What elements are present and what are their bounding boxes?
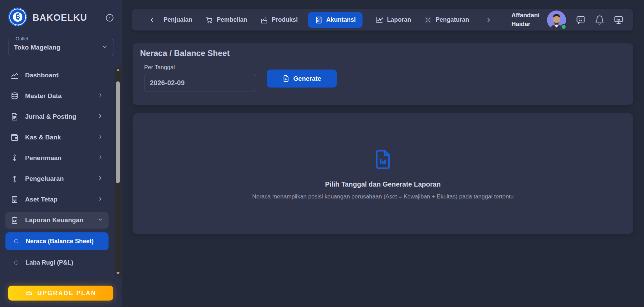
sidebar-item-dashboard[interactable]: Dashboard [5, 67, 109, 84]
chevron-right-icon [97, 154, 103, 162]
outlet-label: Outlet [13, 36, 31, 41]
nav-icon-group [575, 15, 624, 25]
monitor-dashboard-icon[interactable] [613, 15, 624, 25]
factory-icon [260, 16, 268, 24]
cart-icon [205, 16, 213, 24]
empty-state-card: Pilih Tanggal dan Generate Laporan Nerac… [133, 113, 633, 234]
chevron-down-icon [97, 216, 103, 224]
tab-label: Laporan [387, 16, 411, 23]
sidebar-scrollbar-thumb[interactable] [116, 81, 120, 183]
tab-label: Penjualan [163, 16, 192, 23]
database-icon [11, 92, 19, 100]
chevron-right-icon [97, 134, 103, 141]
sidebar-item-kas-bank[interactable]: Kas & Bank [5, 129, 109, 146]
tab-produksi[interactable]: Produksi [260, 16, 298, 24]
dashboard-icon [11, 71, 19, 79]
sidebar-subitem-neraca[interactable]: Neraca (Balance Sheet) [5, 232, 109, 250]
sidebar-item-master-data[interactable]: Master Data [5, 88, 109, 104]
sidebar-scrollbar-track[interactable] [115, 67, 121, 276]
empty-state-description: Neraca menampilkan posisi keuangan perus… [252, 193, 513, 200]
spend-arrow-icon [11, 175, 19, 183]
app-root: BAKOELKU Outlet Toko Magelang Dashboard [0, 0, 644, 307]
user-name[interactable]: Affandani Haidar [511, 11, 540, 28]
chevron-right-icon [97, 92, 103, 100]
fixed-asset-icon [11, 195, 19, 204]
sidebar-item-label: Aset Tetap [25, 196, 58, 203]
tab-label: Pengaturan [435, 16, 469, 23]
sidebar: BAKOELKU Outlet Toko Magelang Dashboard [0, 0, 122, 307]
chevron-down-icon [101, 43, 108, 52]
calculator-icon [315, 16, 323, 24]
sidebar-item-jurnal-posting[interactable]: Jurnal & Posting [5, 108, 109, 125]
sidebar-item-label: Laporan Keuangan [25, 216, 83, 224]
scroll-down-arrow-icon[interactable] [116, 272, 120, 275]
chevron-right-icon [97, 113, 103, 120]
crown-icon [25, 289, 33, 297]
report-chart-icon [375, 16, 384, 24]
sidebar-item-label: Master Data [25, 92, 62, 100]
sidebar-item-laporan-keuangan[interactable]: Laporan Keuangan [5, 212, 109, 229]
sidebar-menu: Dashboard Master Data Jurnal & Posting [0, 67, 115, 275]
sidebar-item-penerimaan[interactable]: Penerimaan [5, 150, 109, 167]
tab-laporan[interactable]: Laporan [375, 16, 411, 24]
file-chart-icon [282, 75, 290, 82]
radio-bullet-icon [14, 239, 18, 243]
sidebar-item-label: Jurnal & Posting [25, 113, 76, 120]
gear-icon [424, 16, 432, 24]
sidebar-subitem-laba-rugi[interactable]: Laba Rugi (P&L) [5, 254, 109, 271]
chevron-right-icon [97, 196, 103, 203]
bell-icon[interactable] [594, 15, 605, 25]
sidebar-item-label: Pengeluaran [25, 175, 64, 183]
sidebar-collapse-icon[interactable] [104, 13, 115, 23]
avatar[interactable] [547, 11, 566, 30]
tab-pengaturan[interactable]: Pengaturan [424, 16, 469, 24]
file-chart-icon [372, 147, 393, 172]
wallet-icon [11, 133, 19, 141]
sidebar-item-pengeluaran[interactable]: Pengeluaran [5, 170, 109, 187]
brand-logo-coin-icon [8, 7, 27, 28]
tab-label: Pembelian [217, 16, 247, 23]
tabs-scroll-right-icon[interactable] [485, 17, 492, 23]
receive-arrow-icon [11, 154, 19, 162]
sidebar-item-label: Kas & Bank [25, 134, 61, 141]
tabs-scroll-left-icon[interactable] [149, 17, 155, 23]
tab-pembelian[interactable]: Pembelian [205, 16, 247, 24]
tab-akuntansi[interactable]: Akuntansi [308, 12, 363, 28]
page-title: Neraca / Balance Sheet [140, 49, 230, 58]
per-tanggal-date-input[interactable] [144, 74, 256, 92]
generate-button-label: Generate [293, 75, 321, 82]
brand-header: BAKOELKU [0, 0, 122, 28]
sidebar-subitem-label: Laba Rugi (P&L) [26, 259, 73, 266]
outlet-value: Toko Magelang [14, 44, 60, 51]
online-status-dot [561, 24, 566, 30]
financial-report-icon [11, 216, 19, 224]
radio-bullet-icon [14, 261, 18, 265]
tab-label: Akuntansi [326, 16, 356, 23]
scroll-up-arrow-icon[interactable] [116, 69, 120, 71]
sidebar-item-label: Penerimaan [25, 154, 62, 162]
chevron-right-icon [97, 175, 103, 183]
user-name-line1: Affandani [511, 11, 540, 20]
journal-icon [11, 113, 19, 121]
upgrade-plan-button[interactable]: UPGRADE PLAN [8, 286, 113, 301]
balance-sheet-filter-card: Neraca / Balance Sheet Per Tanggal Gener… [133, 43, 633, 105]
sidebar-item-aset-tetap[interactable]: Aset Tetap [5, 191, 109, 208]
outlet-select[interactable]: Outlet Toko Magelang [8, 39, 114, 56]
sidebar-item-label: Dashboard [25, 72, 59, 79]
brand-name: BAKOELKU [33, 13, 87, 23]
tab-penjualan[interactable]: Penjualan [163, 16, 192, 23]
top-navigation-bar: Penjualan Pembelian Produksi Akuntansi L [132, 9, 633, 31]
chat-feedback-icon[interactable] [575, 15, 586, 25]
generate-button[interactable]: Generate [267, 70, 337, 88]
sidebar-subitem-label: Neraca (Balance Sheet) [26, 238, 94, 245]
tab-label: Produksi [272, 16, 298, 23]
empty-state-heading: Pilih Tanggal dan Generate Laporan [325, 180, 441, 188]
upgrade-plan-label: UPGRADE PLAN [37, 290, 96, 297]
date-label: Per Tanggal [144, 64, 175, 71]
user-name-line2: Haidar [511, 20, 540, 28]
